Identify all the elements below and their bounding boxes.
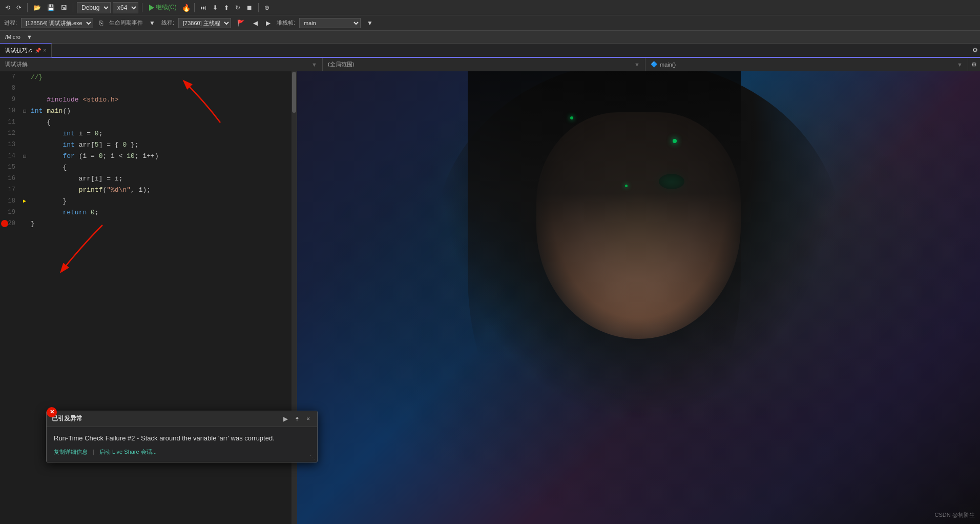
- exception-links: 复制详细信息 ｜ 启动 Live Share 会话...: [54, 448, 310, 456]
- context-global[interactable]: (全局范围) ▼: [323, 58, 645, 71]
- debug-bar: 进程: [128564] 调试讲解.exe ⎘ 生命周期事件 ▼ 线程: [73…: [0, 15, 980, 31]
- step-over-btn[interactable]: ⏭: [198, 3, 208, 12]
- table-row: 19 return 0;: [0, 207, 297, 218]
- exception-pin-btn[interactable]: 🖈: [292, 414, 302, 424]
- continue-button[interactable]: 继续(C): [146, 2, 180, 13]
- stack-dropdown[interactable]: main: [299, 18, 361, 28]
- table-row: 11 {: [0, 116, 297, 128]
- breakpoints-btn[interactable]: ⊕: [262, 3, 272, 12]
- table-row: 14 ⊟ for (i = 0; i < 10; i++): [0, 150, 297, 162]
- stack-label: 堆栈帧:: [277, 19, 295, 27]
- play-icon: [149, 5, 154, 11]
- table-row: 12 int i = 0;: [0, 128, 297, 139]
- lifetime-dropdown-btn[interactable]: ▼: [147, 18, 157, 28]
- sep5: [258, 3, 259, 12]
- table-row: 18 ▶ }: [0, 195, 297, 207]
- table-row: 10 ⊟ int main(): [0, 105, 297, 116]
- thread-dropdown[interactable]: [73860] 主线程: [178, 18, 231, 28]
- sep1: [27, 3, 28, 12]
- stack-settings-btn[interactable]: ▼: [365, 18, 375, 28]
- sep3: [142, 3, 142, 12]
- step-out-btn[interactable]: ⬆: [222, 3, 231, 12]
- continue-label: 继续(C): [156, 3, 177, 12]
- exception-title-row: 已引发异常: [52, 414, 82, 423]
- context-function[interactable]: 🔷 main() ▼: [645, 58, 968, 71]
- lifetime-label: 生命周期事件: [109, 19, 143, 27]
- gem-3: [625, 185, 628, 187]
- resize-handle[interactable]: ⋱: [310, 454, 315, 460]
- table-row: 7 //}: [0, 71, 297, 83]
- table-row: 13 int arr[5] = { 0 };: [0, 139, 297, 150]
- menu-micro[interactable]: /Micro: [2, 33, 24, 41]
- context-scope[interactable]: 调试讲解 ▼: [0, 58, 323, 71]
- code-lines: 7 //} 8 9 #include <stdio.h> 10 ⊟ int ma…: [0, 71, 297, 229]
- exception-error-icon: ✕: [47, 407, 57, 417]
- table-row: 9 #include <stdio.h>: [0, 94, 297, 105]
- char-hair-2: [468, 71, 741, 479]
- context-bar: 调试讲解 ▼ (全局范围) ▼ 🔷 main() ▼ ⚙: [0, 58, 980, 71]
- tab-settings-btn[interactable]: ⚙: [970, 46, 980, 55]
- flag-btn[interactable]: 🚩: [235, 18, 247, 28]
- main-content: 7 //} 8 9 #include <stdio.h> 10 ⊟ int ma…: [0, 71, 980, 524]
- menu-dropdown-icon[interactable]: ▼: [24, 33, 35, 41]
- table-row: 20 }: [0, 218, 297, 229]
- step-into-btn[interactable]: ⬇: [211, 3, 220, 12]
- link-separator: ｜: [91, 448, 96, 456]
- context-settings-btn[interactable]: ⚙: [968, 61, 980, 68]
- undo-btn[interactable]: ⟲: [3, 3, 12, 12]
- exception-continue-btn[interactable]: ▶: [281, 414, 290, 424]
- save-all-btn[interactable]: 🖫: [59, 3, 69, 12]
- exception-header: 已引发异常 ▶ 🖈 ×: [47, 411, 317, 427]
- tab-close-btn[interactable]: ×: [44, 48, 47, 53]
- flame-icon: 🔥: [182, 4, 191, 12]
- platform-dropdown[interactable]: x64: [113, 2, 138, 13]
- live-share-link[interactable]: 启动 Live Share 会话...: [99, 448, 157, 456]
- tab-filename: 调试技巧.c: [5, 47, 32, 54]
- thread-label: 线程:: [161, 19, 174, 27]
- exception-body: Run-Time Check Failure #2 - Stack around…: [47, 427, 317, 462]
- restart-btn[interactable]: ↻: [233, 3, 242, 12]
- exception-close-btn[interactable]: ×: [304, 414, 312, 424]
- open-file-btn[interactable]: 📂: [31, 3, 43, 12]
- prev-thread-btn[interactable]: ◀: [251, 18, 260, 28]
- process-dropdown[interactable]: [128564] 调试讲解.exe: [21, 18, 93, 28]
- menu-bar: /Micro ▼: [0, 31, 980, 44]
- exception-popup: ✕ 已引发异常 ▶ 🖈 × Run-Time Check Failure #2 …: [46, 411, 318, 463]
- attach-process-btn[interactable]: ⎘: [97, 18, 105, 28]
- scrollbar-thumb[interactable]: [292, 72, 296, 113]
- watermark: CSDN @初阶生: [935, 511, 975, 519]
- next-thread-btn[interactable]: ▶: [264, 18, 273, 28]
- stop-btn[interactable]: ⏹: [244, 3, 255, 12]
- sep4: [194, 3, 195, 12]
- table-row: 8: [0, 83, 297, 94]
- background-area: CSDN @初阶生: [297, 71, 980, 524]
- tab-pin-icon[interactable]: 📌: [35, 48, 41, 53]
- tab-bar: 调试技巧.c 📌 × ⚙: [0, 44, 980, 58]
- redo-btn[interactable]: ⟳: [14, 3, 24, 12]
- debug-config-dropdown[interactable]: Debug: [77, 2, 111, 13]
- copy-details-link[interactable]: 复制详细信息: [54, 448, 88, 456]
- save-btn[interactable]: 💾: [45, 3, 57, 12]
- table-row: 16 arr[i] = i;: [0, 173, 297, 184]
- main-toolbar: ⟲ ⟳ 📂 💾 🖫 Debug x64 继续(C) 🔥 ⏭ ⬇ ⬆ ↻ ⏹ ⊕: [0, 0, 980, 15]
- exception-message: Run-Time Check Failure #2 - Stack around…: [54, 433, 310, 444]
- breakpoint-indicator: [1, 220, 8, 227]
- exception-title: 已引发异常: [52, 414, 82, 423]
- sep2: [73, 3, 73, 12]
- table-row: 17 printf("%d\n", i);: [0, 184, 297, 195]
- process-label: 进程:: [4, 19, 17, 27]
- table-row: 15 {: [0, 162, 297, 173]
- exception-controls: ▶ 🖈 ×: [281, 414, 312, 424]
- tab-debugging-skills[interactable]: 调试技巧.c 📌 ×: [0, 43, 52, 57]
